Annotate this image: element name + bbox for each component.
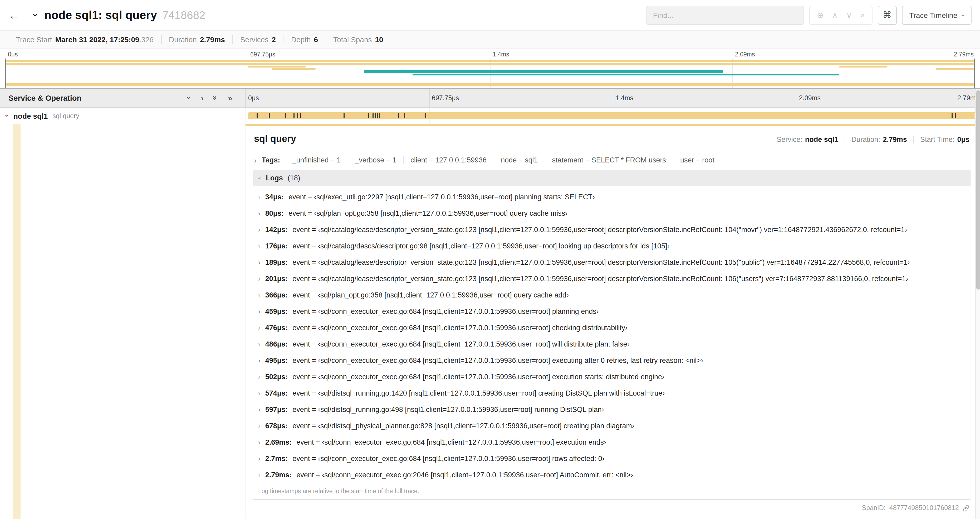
span-id-label: SpanID: — [862, 504, 885, 512]
span-overview: Service:node sql1 Duration:2.79ms Start … — [776, 136, 969, 144]
log-marker-tick — [375, 113, 375, 118]
tags-label: Tags: — [262, 156, 280, 164]
log-entry[interactable]: › 201μs: event = ‹sql/catalog/lease/desc… — [253, 271, 970, 287]
log-entry[interactable]: › 502μs: event = ‹sql/conn_executor_exec… — [253, 369, 970, 385]
tag-item: node = sql1 — [493, 156, 544, 164]
minimap-span-bar — [5, 63, 975, 65]
chevron-right-icon: › — [258, 308, 261, 315]
log-marker-tick — [377, 113, 378, 118]
log-entry[interactable]: › 2.7ms: event = ‹sql/conn_executor_exec… — [253, 450, 970, 467]
span-bar[interactable] — [248, 112, 978, 119]
timeline-header-left: Service & Operation › › » » — [0, 89, 245, 107]
log-entry[interactable]: › 486μs: event = ‹sql/conn_executor_exec… — [253, 336, 970, 352]
summary-item: Trace StartMarch 31 2022, 17:25:09.326 — [8, 35, 161, 44]
minimap-span-bar — [364, 70, 723, 73]
logs-accordion-header[interactable]: › Logs (18) — [253, 170, 970, 186]
span-operation-name: sql query — [52, 112, 79, 120]
chevron-right-icon: › — [258, 422, 261, 430]
tag-item: client = 127.0.0.1:59936 — [403, 156, 493, 164]
summary-item: Total Spans10 — [325, 35, 391, 44]
log-entry[interactable]: › 142μs: event = ‹sql/catalog/lease/desc… — [253, 222, 970, 238]
span-service-name: node sql1 — [13, 112, 48, 120]
clear-find-icon[interactable]: × — [861, 11, 865, 19]
ruler-tick-label: 2.79ms — [954, 51, 975, 57]
tag-item: statement = SELECT * FROM users — [545, 156, 673, 164]
collapse-trace-chevron-icon[interactable]: › — [30, 13, 41, 17]
log-marker-tick — [285, 113, 286, 118]
span-indent-guide — [13, 124, 21, 519]
minimap-right-handle[interactable] — [974, 59, 975, 88]
log-marker-tick — [955, 113, 956, 118]
minimap-span-bar — [5, 83, 975, 86]
log-entry[interactable]: › 678μs: event = ‹sql/distsql_physical_p… — [253, 418, 970, 434]
log-message: event = ‹sql/catalog/descs/descriptor.go… — [293, 242, 670, 250]
log-entry[interactable]: › 476μs: event = ‹sql/conn_executor_exec… — [253, 319, 970, 336]
logs-note: Log timestamps are relative to the start… — [253, 483, 970, 495]
log-message: event = ‹sql/plan_opt.go:358 [nsql1,clie… — [293, 291, 569, 299]
chevron-right-icon: › — [258, 259, 261, 267]
expand-one-icon[interactable]: › — [201, 93, 204, 102]
chevron-right-icon: › — [258, 275, 261, 283]
summary-item: Depth6 — [283, 35, 325, 44]
log-timestamp: 176μs: — [265, 242, 288, 250]
overview-item: Service:node sql1 — [776, 136, 838, 144]
log-entry[interactable]: › 597μs: event = ‹sql/distsql_running.go… — [253, 401, 970, 418]
locate-match-icon[interactable]: ⊕ — [817, 10, 824, 20]
expand-all-icon[interactable]: » — [228, 93, 232, 102]
log-entry[interactable]: › 366μs: event = ‹sql/plan_opt.go:358 [n… — [253, 287, 970, 303]
back-button[interactable]: ← — [8, 8, 20, 22]
chevron-right-icon: › — [258, 193, 261, 201]
view-selector-button[interactable]: Trace Timeline › — [902, 6, 972, 24]
log-timestamp: 34μs: — [265, 193, 284, 201]
timeline-header: Service & Operation › › » » 0μs697.75μs1… — [0, 89, 980, 108]
log-timestamp: 142μs: — [265, 226, 288, 234]
log-entry[interactable]: › 574μs: event = ‹sql/distsql_running.go… — [253, 385, 970, 401]
find-input[interactable] — [646, 6, 804, 24]
service-operation-header: Service & Operation — [8, 94, 81, 102]
minimap-canvas[interactable] — [5, 59, 975, 88]
log-message: event = ‹sql/distsql_running.go:1420 [ns… — [293, 389, 665, 397]
chevron-right-icon: › — [258, 455, 261, 463]
overview-item: Duration:2.79ms — [845, 136, 907, 144]
minimap-span-bar — [272, 68, 316, 70]
collapse-one-icon[interactable]: › — [185, 96, 194, 99]
span-color-accent — [245, 124, 980, 126]
log-entry[interactable]: › 459μs: event = ‹sql/conn_executor_exec… — [253, 303, 970, 319]
span-name-cell[interactable]: › node sql1 sql query — [0, 108, 245, 124]
next-match-icon[interactable]: ∨ — [846, 10, 852, 20]
log-marker-tick — [425, 113, 426, 118]
minimap-left-handle[interactable] — [5, 59, 6, 88]
ruler-tick-label: 2.09ms — [732, 51, 755, 57]
ruler-tick-label: 697.75μs — [248, 51, 275, 57]
chevron-right-icon: › — [258, 356, 261, 364]
log-entry[interactable]: › 2.79ms: event = ‹sql/conn_executor_exe… — [253, 467, 970, 483]
ruler-tick-label: 697.75μs — [429, 94, 459, 102]
log-entry[interactable]: › 34μs: event = ‹sql/exec_util.go:2297 [… — [253, 189, 970, 205]
log-marker-tick — [379, 113, 380, 118]
chevron-right-icon: › — [258, 406, 261, 414]
log-message: event = ‹sql/conn_executor_exec.go:684 [… — [293, 373, 664, 381]
log-entry[interactable]: › 495μs: event = ‹sql/conn_executor_exec… — [253, 352, 970, 369]
log-message: event = ‹sql/conn_executor_exec.go:684 [… — [293, 455, 605, 463]
collapse-all-icon[interactable]: » — [211, 96, 220, 100]
keyboard-shortcuts-button[interactable]: ⌘ — [878, 6, 896, 24]
vertical-scrollbar[interactable] — [975, 89, 980, 519]
log-message: event = ‹sql/plan_opt.go:358 [nsql1,clie… — [288, 209, 568, 217]
log-marker-tick — [404, 113, 405, 118]
prev-match-icon[interactable]: ∧ — [832, 10, 838, 20]
log-timestamp: 2.7ms: — [265, 455, 288, 463]
scrollbar-thumb[interactable] — [976, 90, 980, 289]
log-timestamp: 2.79ms: — [265, 471, 292, 479]
log-message: event = ‹sql/conn_executor_exec.go:684 [… — [293, 340, 630, 348]
log-entry[interactable]: › 176μs: event = ‹sql/catalog/descs/desc… — [253, 238, 970, 254]
ruler-tick-label: 0μs — [245, 94, 259, 102]
log-entry[interactable]: › 2.69ms: event = ‹sql/conn_executor_exe… — [253, 434, 970, 450]
log-entry[interactable]: › 189μs: event = ‹sql/catalog/lease/desc… — [253, 254, 970, 271]
tags-accordion[interactable]: › Tags: _unfinished = 1 _verbose = 1 cli… — [253, 150, 970, 170]
link-icon[interactable] — [963, 505, 969, 511]
chevron-right-icon: › — [258, 291, 261, 299]
span-timeline-cell[interactable] — [245, 108, 980, 124]
log-entry[interactable]: › 80μs: event = ‹sql/plan_opt.go:358 [ns… — [253, 205, 970, 222]
minimap-span-bar — [839, 66, 888, 67]
span-id-value: 4877749850101760812 — [889, 504, 959, 512]
